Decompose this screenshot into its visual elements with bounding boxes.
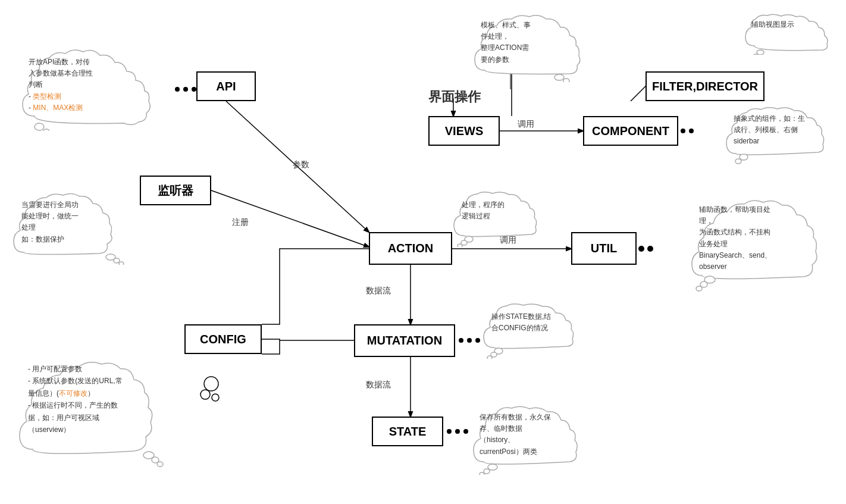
component-bubble-text: 抽象式的组件，如：生成行、列模板、右侧siderbar — [734, 114, 805, 145]
svg-point-22 — [463, 429, 468, 434]
mutation-bubble: 操作STATE数据,结合CONFIG的情况 — [481, 302, 600, 359]
svg-point-8 — [175, 87, 180, 92]
diaoyong1-label: 调用 — [518, 119, 534, 130]
listener-bubble-text: 当需要进行全局功能处理时，做统一处理如：数据保护 — [21, 201, 79, 243]
svg-point-24 — [647, 246, 653, 252]
svg-point-37 — [563, 79, 569, 82]
action-bubble-text: 处理，程序的逻辑过程 — [462, 201, 505, 220]
svg-point-20 — [447, 429, 452, 434]
architecture-diagram: API 界面操作 VIEWS COMPONENT FILTER,DIRECTOR… — [0, 0, 846, 504]
svg-point-47 — [458, 244, 462, 247]
listener-bubble: 当需要进行全局功能处理时，做统一处理如：数据保护 — [11, 190, 133, 265]
listener-node: 监听器 — [140, 176, 211, 205]
views-bubble: 模板、样式、事件处理，整理ACTION需要的参数 — [470, 11, 583, 82]
config-bubble: - 用户可配置参数 - 系统默认参数(发送的URL,常量信息）(不可修改） - … — [15, 351, 176, 467]
util-bubble: 辅助函数，帮助项目处理，为函数式结构，不挂构业务处理BinarySearch、s… — [687, 193, 830, 292]
component-node: COMPONENT — [583, 116, 678, 146]
svg-point-59 — [157, 462, 163, 467]
action-node: ACTION — [369, 232, 452, 265]
state-bubble-text: 保存所有数据，永久保存、临时数据（history、currentPosi）两类 — [480, 413, 551, 456]
svg-point-29 — [212, 394, 219, 401]
canshu-label: 参数 — [293, 159, 309, 170]
svg-point-34 — [43, 129, 49, 131]
svg-point-39 — [753, 54, 758, 55]
svg-point-27 — [204, 377, 218, 391]
state-node: STATE — [372, 417, 443, 446]
svg-point-9 — [183, 87, 188, 92]
views-bubble-text: 模板、样式、事件处理，整理ACTION需要的参数 — [481, 21, 531, 64]
filter-bubble-text: 辅助视图显示 — [751, 20, 794, 29]
svg-point-56 — [480, 472, 484, 475]
svg-point-50 — [696, 286, 702, 291]
views-node: VIEWS — [428, 116, 500, 146]
shujuliu2-label: 数据流 — [366, 380, 391, 390]
state-bubble: 保存所有数据，永久保存、临时数据（history、currentPosi）两类 — [469, 403, 597, 475]
svg-point-25 — [681, 129, 685, 133]
svg-point-38 — [757, 50, 764, 55]
util-node: UTIL — [571, 232, 637, 265]
filter-director-node: FILTER,DIRECTOR — [646, 71, 764, 101]
mutation-node: MUTATATION — [354, 324, 455, 357]
component-bubble: 抽象式的组件，如：生成行、列模板、右侧siderbar — [723, 106, 842, 165]
svg-point-55 — [484, 469, 490, 474]
filter-bubble: 辅助视图显示 — [742, 13, 838, 55]
svg-point-19 — [475, 338, 480, 343]
svg-point-17 — [459, 338, 463, 343]
api-bubble-text: 开放API函数，对传入参数做基本合理性判断- 类型检测- MIN、MAX检测 — [29, 58, 93, 112]
zhuce-label: 注册 — [232, 217, 249, 228]
svg-point-23 — [638, 246, 644, 252]
svg-point-33 — [35, 123, 44, 130]
svg-point-40 — [740, 154, 748, 160]
api-bubble: 开放API函数，对传入参数做基本合理性判断- 类型检测- MIN、MAX检测 — [17, 45, 159, 131]
config-node: CONFIG — [184, 324, 262, 354]
svg-point-21 — [455, 429, 460, 434]
api-node: API — [196, 71, 256, 101]
svg-point-36 — [554, 74, 564, 80]
svg-point-26 — [689, 129, 694, 133]
svg-point-10 — [192, 87, 196, 92]
svg-point-28 — [200, 390, 210, 399]
jmjz-label: 界面操作 — [428, 88, 481, 106]
svg-point-18 — [467, 338, 472, 343]
svg-point-43 — [114, 258, 120, 263]
svg-point-44 — [119, 262, 124, 265]
svg-point-41 — [735, 159, 741, 164]
config-bubble-text: - 用户可配置参数 - 系统默认参数(发送的URL,常量信息）(不可修改） - … — [28, 365, 123, 434]
action-bubble: 处理，程序的逻辑过程 — [451, 190, 555, 247]
svg-point-53 — [487, 356, 492, 359]
shujuliu1-label: 数据流 — [366, 286, 391, 296]
svg-point-54 — [488, 464, 497, 470]
mutation-bubble-text: 操作STATE数据,结合CONFIG的情况 — [491, 312, 551, 332]
util-bubble-text: 辅助函数，帮助项目处理，为函数式结构，不挂构业务处理BinarySearch、s… — [699, 205, 772, 271]
